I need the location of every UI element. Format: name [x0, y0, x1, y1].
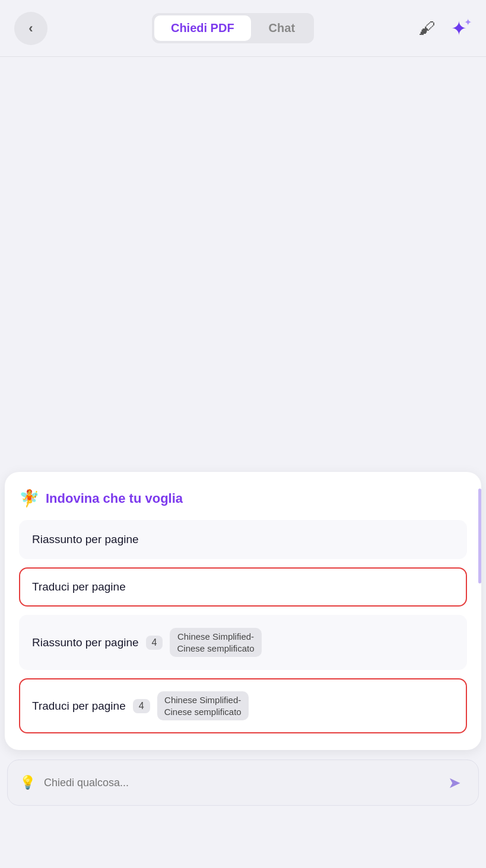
suggestion-item-traduci-1[interactable]: Traduci per pagine	[19, 567, 467, 607]
send-arrow-icon: ➤	[448, 774, 461, 792]
tab-group: Chiedi PDF Chat	[152, 13, 314, 43]
suggestion-item-traduci-2[interactable]: Traduci per pagine 4 Chinese Simplified-…	[19, 678, 467, 733]
header-icons: 🖌 ✦ ✦	[418, 15, 472, 42]
lang-badge-traduci-2: Chinese Simplified-Cinese semplificato	[157, 691, 249, 720]
suggestion-item-riassunto-2[interactable]: Riassunto per pagine 4 Chinese Simplifie…	[19, 615, 467, 670]
input-area: 💡 ➤	[7, 760, 479, 806]
chat-input[interactable]	[44, 777, 434, 789]
badge-number-traduci-2: 4	[133, 699, 150, 713]
back-chevron-icon: ‹	[28, 22, 33, 35]
card-header: 🧚 Indovina che tu voglia	[19, 489, 467, 508]
badge-number-riassunto-2: 4	[146, 636, 163, 650]
suggestion-label-riassunto-2: Riassunto per pagine	[32, 636, 139, 649]
lightbulb-icon: 💡	[20, 775, 36, 790]
card-wrapper: 🧚 Indovina che tu voglia Riassunto per p…	[5, 472, 481, 750]
suggestion-label-riassunto-1: Riassunto per pagine	[32, 533, 139, 546]
suggestion-card: 🧚 Indovina che tu voglia Riassunto per p…	[5, 472, 481, 750]
scroll-indicator	[478, 489, 481, 583]
header: ‹ Chiedi PDF Chat 🖌 ✦ ✦	[0, 0, 486, 57]
suggestion-label-traduci-2: Traduci per pagine	[32, 700, 126, 713]
brush-icon[interactable]: 🖌	[418, 18, 435, 38]
card-title: Indovina che tu voglia	[46, 491, 183, 506]
back-button[interactable]: ‹	[14, 12, 47, 45]
lang-badge-riassunto-2: Chinese Simplified-Cinese semplificato	[170, 628, 261, 657]
tab-chat[interactable]: Chat	[252, 15, 312, 41]
suggestion-item-riassunto-1[interactable]: Riassunto per pagine	[19, 520, 467, 559]
suggestion-label-traduci-1: Traduci per pagine	[32, 580, 126, 593]
card-emoji-icon: 🧚	[19, 489, 40, 508]
main-content-area	[0, 57, 486, 472]
tab-chiedi-pdf[interactable]: Chiedi PDF	[154, 15, 251, 41]
sparkle-button[interactable]: ✦ ✦	[446, 15, 472, 42]
send-button[interactable]: ➤	[443, 771, 466, 794]
sparkle-small-icon: ✦	[464, 17, 472, 28]
